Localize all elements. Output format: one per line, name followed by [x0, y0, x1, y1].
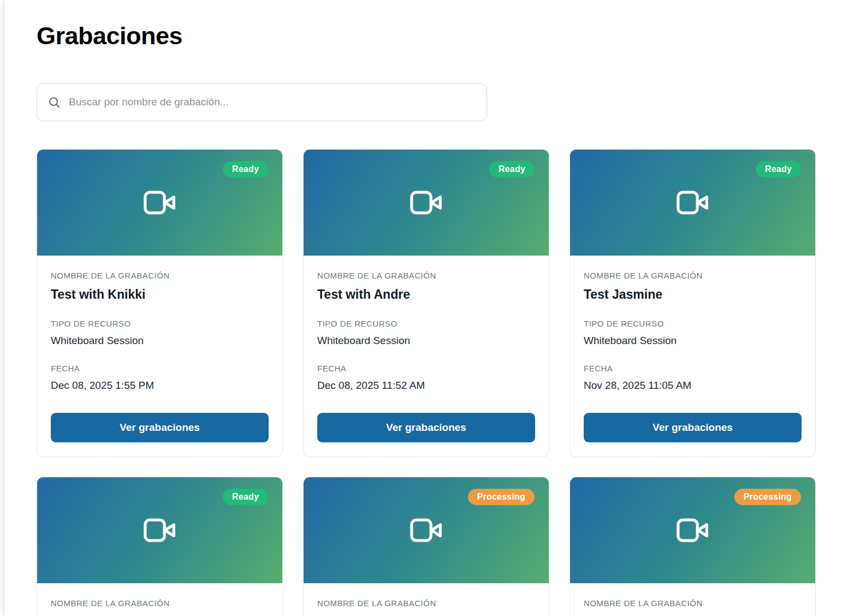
recording-name: Test with Knikki [51, 286, 269, 303]
recording-card: Ready NOMBRE DE LA GRABACIÓN TIPO DE REC… [37, 477, 283, 616]
search-input[interactable] [69, 96, 476, 108]
recording-card: Ready NOMBRE DE LA GRABACIÓN Test with K… [37, 149, 283, 457]
card-body: NOMBRE DE LA GRABACIÓN TIPO DE RECURSO F… [570, 583, 815, 616]
status-badge: Ready [756, 161, 801, 177]
label-resource-type: TIPO DE RECURSO [584, 319, 802, 329]
label-resource-type: TIPO DE RECURSO [51, 319, 269, 329]
label-recording-name: NOMBRE DE LA GRABACIÓN [51, 271, 269, 281]
label-recording-name: NOMBRE DE LA GRABACIÓN [584, 599, 802, 608]
label-date: FECHA [51, 364, 269, 374]
recording-thumbnail: Processing [570, 477, 815, 583]
recording-card: Ready NOMBRE DE LA GRABACIÓN Test Jasmin… [570, 149, 816, 457]
resource-type: Whiteboard Session [317, 334, 535, 347]
recording-date: Dec 08, 2025 1:55 PM [51, 379, 269, 392]
video-camera-icon [141, 183, 179, 222]
page-title: Grabaciones [37, 22, 816, 50]
search-icon [48, 96, 61, 109]
card-body: NOMBRE DE LA GRABACIÓN TIPO DE RECURSO F… [37, 583, 282, 616]
recordings-grid: Ready NOMBRE DE LA GRABACIÓN Test with K… [37, 149, 816, 616]
label-date: FECHA [584, 364, 802, 374]
view-recordings-button[interactable]: Ver grabaciones [584, 413, 802, 442]
card-body: NOMBRE DE LA GRABACIÓN TIPO DE RECURSO F… [304, 583, 549, 616]
recording-card: Processing NOMBRE DE LA GRABACIÓN TIPO D… [570, 477, 816, 616]
card-body: NOMBRE DE LA GRABACIÓN Test Jasmine TIPO… [570, 256, 815, 457]
view-recordings-button[interactable]: Ver grabaciones [317, 413, 535, 442]
video-camera-icon [407, 183, 446, 222]
label-recording-name: NOMBRE DE LA GRABACIÓN [317, 599, 535, 608]
video-camera-icon [407, 511, 446, 549]
search-box [37, 83, 487, 121]
status-badge: Ready [223, 489, 268, 505]
label-date: FECHA [317, 364, 535, 374]
recording-card: Ready NOMBRE DE LA GRABACIÓN Test with A… [303, 149, 549, 457]
recording-name: Test Jasmine [584, 286, 802, 303]
video-camera-icon [674, 511, 712, 549]
label-recording-name: NOMBRE DE LA GRABACIÓN [584, 271, 802, 281]
status-badge: Processing [468, 489, 535, 505]
status-badge: Ready [489, 161, 535, 177]
card-body: NOMBRE DE LA GRABACIÓN Test with Knikki … [37, 256, 282, 457]
status-badge: Ready [223, 161, 268, 177]
view-recordings-button[interactable]: Ver grabaciones [51, 413, 269, 442]
recording-thumbnail: Ready [304, 150, 549, 256]
recording-name: Test with Andre [317, 286, 535, 303]
recording-date: Nov 28, 2025 11:05 AM [584, 379, 802, 392]
video-camera-icon [674, 183, 712, 222]
recordings-page: Grabaciones Ready NOMBRE DE LA GRABACIÓN… [5, 0, 854, 616]
recording-thumbnail: Processing [304, 477, 549, 583]
status-badge: Processing [734, 489, 801, 505]
recording-thumbnail: Ready [37, 150, 282, 256]
resource-type: Whiteboard Session [584, 334, 802, 347]
card-body: NOMBRE DE LA GRABACIÓN Test with Andre T… [304, 256, 549, 457]
recording-thumbnail: Ready [37, 477, 282, 583]
resource-type: Whiteboard Session [51, 334, 269, 347]
recording-date: Dec 08, 2025 11:52 AM [317, 379, 535, 392]
label-recording-name: NOMBRE DE LA GRABACIÓN [51, 599, 269, 608]
recording-card: Processing NOMBRE DE LA GRABACIÓN TIPO D… [303, 477, 549, 616]
label-recording-name: NOMBRE DE LA GRABACIÓN [317, 271, 535, 281]
label-resource-type: TIPO DE RECURSO [317, 319, 535, 329]
video-camera-icon [141, 511, 179, 549]
recording-thumbnail: Ready [570, 150, 815, 256]
